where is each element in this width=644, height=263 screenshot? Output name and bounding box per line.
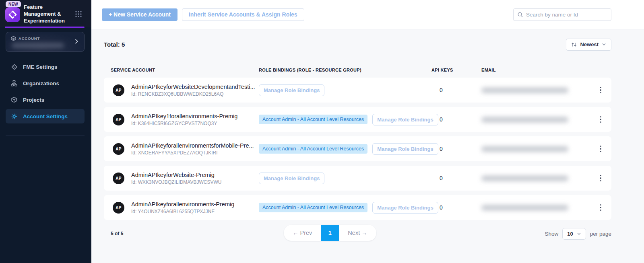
sort-arrows-icon	[571, 42, 577, 47]
prev-page-button[interactable]: ← Prev	[284, 225, 321, 241]
row-kebab-menu-icon[interactable]	[599, 203, 603, 213]
inherit-service-accounts-button[interactable]: Inherit Service Accounts & Assign Roles	[182, 8, 304, 21]
search-icon	[517, 12, 523, 18]
service-account-id: Id: XNOERAFYYA5XPDEZ7AOQTJKIRI	[131, 150, 254, 156]
main-area: + New Service Account Inherit Service Ac…	[91, 0, 644, 263]
account-name-redacted	[12, 43, 64, 48]
column-header-role-bindings: ROLE BINDINGS (ROLE - RESOURCE GROUP)	[259, 68, 431, 72]
sidebar-nav: FME Settings Organizations	[6, 60, 85, 125]
chevron-down-icon	[577, 232, 581, 236]
pagination: ← Prev 1 Next →	[284, 225, 376, 241]
api-keys-count: 0	[431, 204, 481, 211]
account-selector[interactable]: ACCOUNT	[6, 32, 85, 52]
sidebar-item-label: FME Settings	[23, 64, 58, 70]
api-keys-count: 0	[431, 146, 481, 152]
service-account-id: Id: Y4OUNXZ46A6IBL6255QTPXJJNE	[131, 209, 234, 214]
sidebar: NEW Feature Management & Experimentation	[0, 0, 91, 263]
api-keys-count: 0	[431, 87, 481, 93]
table-row: AP AdminAPIkeyforWebsite-Premig Id: WXK3…	[104, 166, 611, 191]
manage-role-bindings-button[interactable]: Manage Role Bindings	[259, 84, 324, 96]
service-account-id: Id: WXK3NVOJBQZILIDMAVBJWCSVWU	[131, 179, 221, 185]
table-header-row: SERVICE ACCOUNT ROLE BINDINGS (ROLE - RE…	[104, 68, 611, 72]
next-page-button[interactable]: Next →	[339, 225, 376, 241]
service-account-list: AP AdminAPIkeyforWebsiteDevelopmentandTe…	[104, 78, 611, 220]
gear-icon	[10, 113, 18, 120]
page-size-value: 10	[567, 231, 573, 237]
avatar: AP	[113, 84, 124, 96]
service-account-name: AdminAPIkey1forallenvironments-Premig	[131, 113, 237, 119]
sidebar-item-label: Projects	[23, 97, 44, 103]
row-kebab-menu-icon[interactable]	[599, 85, 603, 95]
row-kebab-menu-icon[interactable]	[599, 115, 603, 125]
app-grid-icon[interactable]	[75, 10, 82, 18]
per-page-label: per page	[590, 231, 611, 237]
service-account-id: Id: RENCKBZ3XQ6UBBWWEDKD25L6AQ	[131, 91, 255, 97]
avatar: AP	[113, 173, 124, 184]
list-toolbar: Total: 5 Newest	[104, 38, 611, 51]
column-header-api-keys: API KEYS	[431, 68, 481, 72]
topbar: + New Service Account Inherit Service Ac…	[91, 0, 644, 29]
sort-label: Newest	[580, 41, 599, 47]
row-kebab-menu-icon[interactable]	[599, 144, 603, 154]
table-row: AP AdminAPIkeyforWebsiteDevelopmentandTe…	[104, 78, 611, 103]
manage-role-bindings-button[interactable]: Manage Role Bindings	[259, 173, 324, 184]
email-redacted	[481, 175, 568, 181]
column-header-email: EMAIL	[481, 68, 590, 72]
org-chart-icon	[10, 80, 18, 86]
role-binding-badge: Account Admin - All Account Level Resour…	[259, 144, 367, 154]
manage-role-bindings-button[interactable]: Manage Role Bindings	[372, 114, 438, 125]
page-size-dropdown[interactable]: 10	[562, 228, 586, 240]
content: Total: 5 Newest	[91, 29, 644, 263]
new-badge: NEW	[6, 1, 21, 7]
sidebar-item-account-settings[interactable]: Account Settings	[6, 109, 85, 123]
list-footer: 5 of 5 ← Prev 1 Next → Show 10 per page	[104, 224, 611, 243]
search-input[interactable]	[526, 12, 607, 18]
app-root: NEW Feature Management & Experimentation	[0, 0, 644, 263]
table-row: AP AdminAPIkeyforallenvironments-Premig …	[104, 195, 611, 220]
nav-divider	[6, 136, 85, 136]
manage-role-bindings-button[interactable]: Manage Role Bindings	[372, 143, 438, 155]
chevron-right-icon	[74, 39, 79, 44]
api-keys-count: 0	[431, 116, 481, 123]
new-service-account-button[interactable]: + New Service Account	[102, 8, 178, 21]
search-box[interactable]	[513, 8, 611, 21]
layers-icon	[11, 36, 16, 41]
sidebar-item-label: Organizations	[23, 80, 59, 86]
column-header-service-account: SERVICE ACCOUNT	[104, 68, 259, 72]
sidebar-item-label: Account Settings	[23, 113, 68, 119]
avatar: AP	[113, 202, 124, 214]
role-binding-badge: Account Admin - All Account Level Resour…	[259, 203, 367, 212]
cube-icon	[10, 97, 18, 103]
avatar: AP	[113, 114, 124, 125]
email-redacted	[481, 117, 568, 123]
sidebar-item-projects[interactable]: Projects	[6, 92, 85, 107]
table-row: AP AdminAPIkeyforallenvironmentsforMobil…	[104, 136, 611, 161]
email-redacted	[481, 205, 568, 211]
total-count: Total: 5	[104, 41, 125, 48]
app-logo-icon[interactable]	[5, 7, 20, 22]
service-account-id: Id: K364HIC5RI6GZGYCPVST7NOQ3Y	[131, 121, 237, 126]
avatar: AP	[113, 143, 124, 155]
table-row: AP AdminAPIkey1forallenvironments-Premig…	[104, 107, 611, 132]
app-title: Feature Management & Experimentation	[24, 4, 73, 25]
manage-role-bindings-button[interactable]: Manage Role Bindings	[372, 202, 438, 214]
fme-diamond-icon	[10, 64, 18, 70]
page-size-group: Show 10 per page	[545, 228, 611, 240]
page-summary: 5 of 5	[104, 231, 123, 236]
account-label: ACCOUNT	[19, 36, 40, 41]
service-account-name: AdminAPIkeyforallenvironments-Premig	[131, 201, 234, 208]
service-account-name: AdminAPIkeyforWebsiteDevelopmentandTesti…	[131, 84, 255, 90]
brand-underline	[5, 27, 85, 28]
sort-dropdown[interactable]: Newest	[566, 39, 611, 51]
role-binding-badge: Account Admin - All Account Level Resour…	[259, 115, 367, 124]
sidebar-item-organizations[interactable]: Organizations	[6, 76, 85, 90]
service-account-name: AdminAPIkeyforallenvironmentsforMobile-P…	[131, 142, 254, 149]
api-keys-count: 0	[431, 175, 481, 181]
service-account-name: AdminAPIkeyforWebsite-Premig	[131, 172, 221, 178]
email-redacted	[481, 146, 568, 152]
sidebar-item-fme-settings[interactable]: FME Settings	[6, 60, 85, 74]
row-kebab-menu-icon[interactable]	[599, 173, 603, 183]
chevron-down-icon	[602, 42, 606, 47]
current-page-button[interactable]: 1	[321, 225, 339, 241]
show-label: Show	[545, 231, 558, 237]
